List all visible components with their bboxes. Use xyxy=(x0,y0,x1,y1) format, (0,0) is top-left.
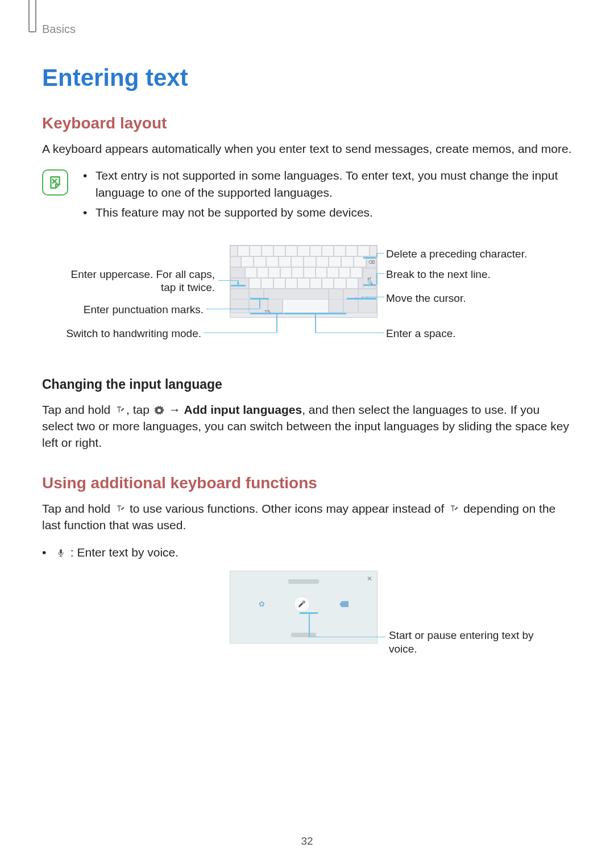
page-title: Entering text xyxy=(42,64,572,92)
binder-tab-decoration xyxy=(28,0,36,32)
callout-newline: Break to the next line. xyxy=(386,268,557,281)
callout-punctuation: Enter punctuation marks. xyxy=(65,303,204,317)
callout-cursor: Move the cursor. xyxy=(386,292,557,305)
close-icon: ✕ xyxy=(367,575,372,583)
backspace-key-icon: ⌫ xyxy=(366,258,376,268)
microphone-icon: 🎤 xyxy=(298,600,306,608)
additional-functions-heading: Using additional keyboard functions xyxy=(42,474,572,492)
keyboard-diagram: ⌫ ↵ ⇧ T✎ ◂ ▸ 🔍 Delete a preceding charac… xyxy=(42,240,576,354)
note-icon xyxy=(42,169,68,196)
voice-mic-button: 🎤 xyxy=(294,596,310,612)
callout-voice: Start or pause entering text by voice. xyxy=(389,629,559,656)
callout-delete: Delete a preceding character. xyxy=(386,247,557,261)
note-item-2: This feature may not be supported by som… xyxy=(96,204,572,221)
microphone-icon xyxy=(55,547,67,559)
changing-language-text: Tap and hold , tap → Add input languages… xyxy=(42,401,572,451)
page-number: 32 xyxy=(0,835,614,848)
changing-language-heading: Changing the input language xyxy=(42,377,572,392)
additional-functions-text: Tap and hold to use various functions. O… xyxy=(42,500,572,534)
gear-icon: ✿ xyxy=(259,600,265,608)
note-item-1: Text entry is not supported in some lang… xyxy=(96,167,572,201)
keyboard-layout-heading: Keyboard layout xyxy=(42,114,572,132)
keyboard-illustration: ⌫ ↵ ⇧ T✎ ◂ ▸ 🔍 xyxy=(230,245,377,318)
bullet-dot: • xyxy=(83,167,96,201)
gear-icon xyxy=(153,405,165,416)
voice-panel-illustration: ✕ ✿ 🎤 xyxy=(230,571,377,643)
callout-handwriting: Switch to handwriting mode. xyxy=(51,327,201,340)
voice-text-placeholder xyxy=(288,579,319,584)
voice-bullet: : Enter text by voice. xyxy=(55,544,572,560)
callout-uppercase: Enter uppercase. For all caps, tap it tw… xyxy=(53,268,215,295)
callout-space: Enter a space. xyxy=(386,327,557,340)
t-pen-icon xyxy=(447,504,460,515)
bullet-dot: • xyxy=(83,204,96,221)
bullet-dot: • xyxy=(42,544,55,560)
voice-input-diagram: ✕ ✿ 🎤 Start or pause entering text by vo… xyxy=(42,571,576,662)
svg-rect-0 xyxy=(60,549,62,554)
backspace-icon xyxy=(339,601,349,607)
t-pen-icon xyxy=(114,405,126,416)
section-header: Basics xyxy=(42,23,572,36)
t-pen-icon xyxy=(114,504,126,515)
keyboard-layout-intro: A keyboard appears automatically when yo… xyxy=(42,140,572,157)
note-block: • Text entry is not supported in some la… xyxy=(42,167,572,224)
